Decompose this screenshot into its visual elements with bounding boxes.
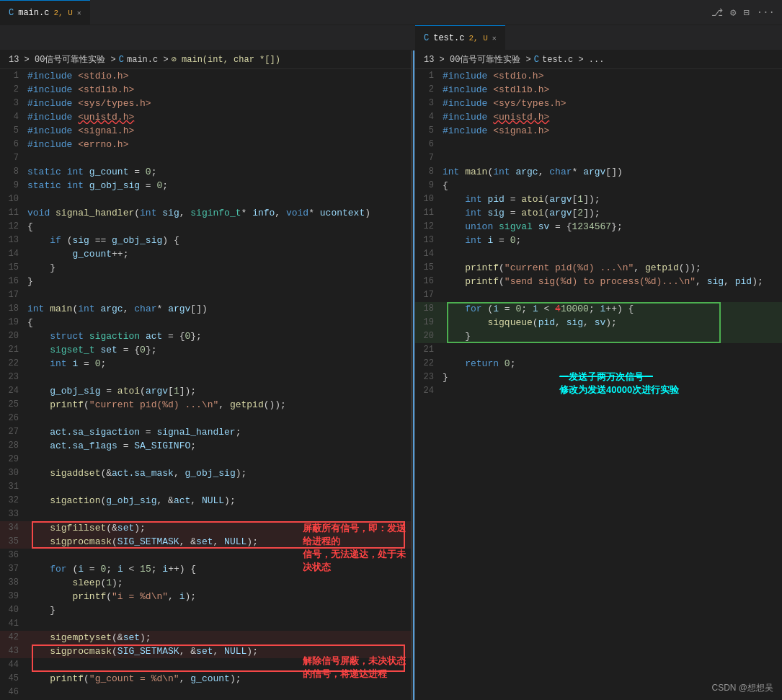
code-line: 2#include <stdlib.h> xyxy=(415,83,782,97)
settings-icon[interactable]: ⚙ xyxy=(730,6,736,19)
csdn-watermark: CSDN @想想吴 xyxy=(711,682,773,694)
code-line: 2#include <stdlib.h> xyxy=(0,83,411,97)
tab-lang-icon: C xyxy=(9,8,14,18)
code-line: 9{ xyxy=(415,179,782,192)
code-line: 7 xyxy=(415,151,782,165)
tab-main-c[interactable]: C main.c 2, U ✕ xyxy=(0,0,90,25)
code-line: 14 g_count++; xyxy=(0,247,411,261)
right-pane: 13 > 00信号可靠性实验 > C test.c > ... 1#includ… xyxy=(415,50,782,700)
code-line: 20 struct sigaction act = {0}; xyxy=(0,329,411,343)
code-line: 30 sigaddset(&act.sa_mask, g_obj_sig); xyxy=(0,466,411,480)
code-line: 5#include <signal.h> xyxy=(0,124,411,138)
code-line: 17 xyxy=(0,288,411,302)
bc-left-text: 13 > 00信号可靠性实验 > xyxy=(9,53,116,66)
tab-main-label: main.c xyxy=(18,8,49,18)
code-line: 46 xyxy=(0,686,411,699)
code-line: 44 xyxy=(0,658,411,672)
code-line: 42 sigemptyset(&set); xyxy=(0,631,411,644)
code-line: 1#include <stdio.h> xyxy=(415,69,782,83)
code-line: 26 xyxy=(0,412,411,425)
code-line: 10 xyxy=(0,192,411,206)
code-line: 8int main(int argc, char* argv[]) xyxy=(415,165,782,179)
code-line: 35 sigprocmask(SIG_SETMASK, &set, NULL); xyxy=(0,535,411,549)
code-line: 16} xyxy=(0,275,411,288)
code-line: 11 int sig = atoi(argv[2]); xyxy=(415,206,782,220)
code-line: 20 } xyxy=(415,329,782,343)
code-line: 4#include <unistd.h> xyxy=(415,110,782,124)
code-line: 19 sigqueue(pid, sig, sv); xyxy=(415,316,782,329)
breadcrumb-left: 13 > 00信号可靠性实验 > C main.c > ⊘ main(int, … xyxy=(0,50,411,69)
split-icon[interactable]: ⊟ xyxy=(743,6,749,19)
code-line: 45 printf("g_count = %d\n", g_count); xyxy=(0,672,411,686)
code-line: 25 printf("current pid(%d) ...\n", getpi… xyxy=(0,398,411,412)
code-line: 12{ xyxy=(0,220,411,234)
bc-right-text: 13 > 00信号可靠性实验 > xyxy=(424,53,531,66)
code-line: 23 xyxy=(0,371,411,384)
tab-test-label: test.c xyxy=(433,33,464,43)
code-line: 12 union sigval sv = {1234567}; xyxy=(415,220,782,234)
code-line: 39 printf("i = %d\n", i); xyxy=(0,590,411,603)
code-line: 15 printf("current pid(%d) ...\n", getpi… xyxy=(415,261,782,275)
code-line: 10 int pid = atoi(argv[1]); xyxy=(415,192,782,206)
code-line: 13 if (sig == g_obj_sig) { xyxy=(0,234,411,247)
code-line: 7 xyxy=(0,151,411,165)
breadcrumb-right: 13 > 00信号可靠性实验 > C test.c > ... xyxy=(415,50,782,69)
tab-close-test[interactable]: ✕ xyxy=(492,34,497,43)
code-line: 21 xyxy=(415,343,782,357)
bc-left-file: main.c > xyxy=(127,55,169,65)
left-code-area[interactable]: 1#include <stdio.h> 2#include <stdlib.h>… xyxy=(0,69,411,700)
bc-right-c: C xyxy=(534,55,539,65)
code-line: 14 xyxy=(415,247,782,261)
code-line: 1#include <stdio.h> xyxy=(0,69,411,83)
tab-test-status: 2, U xyxy=(468,34,487,43)
tab-bar-icons: ⎇ ⚙ ⊟ ··· xyxy=(704,6,782,19)
code-line: 24 g_obj_sig = atoi(argv[1]); xyxy=(0,384,411,398)
tab-bar-left: C main.c 2, U ✕ xyxy=(0,0,704,25)
code-line: 36 xyxy=(0,549,411,562)
more-icon[interactable]: ··· xyxy=(757,6,775,18)
code-line: 28 act.sa_flags = SA_SIGINFO; xyxy=(0,439,411,453)
bc-left-fn: ⊘ main(int, char *[]) xyxy=(172,54,280,65)
tab-bar-2: C test.c 2, U ✕ xyxy=(0,25,782,50)
code-line: 17 xyxy=(415,288,782,302)
tab-lang-icon-2: C xyxy=(424,33,429,43)
code-line: 18 for (i = 0; i < 410000; i++) { xyxy=(415,302,782,316)
code-line: 9static int g_obj_sig = 0; xyxy=(0,179,411,192)
code-line: 43 sigprocmask(SIG_SETMASK, &set, NULL); xyxy=(0,644,411,658)
branch-icon: ⎇ xyxy=(711,6,723,19)
tab-bar: C main.c 2, U ✕ ⎇ ⚙ ⊟ ··· xyxy=(0,0,782,25)
tab-test-c[interactable]: C test.c 2, U ✕ xyxy=(415,25,505,50)
code-line: 13 int i = 0; xyxy=(415,234,782,247)
code-line: 41 xyxy=(0,617,411,631)
tab-close-main[interactable]: ✕ xyxy=(77,9,81,17)
bc-right-file: test.c > ... xyxy=(542,55,604,65)
code-line: 19{ xyxy=(0,316,411,329)
code-line: 8static int g_count = 0; xyxy=(0,165,411,179)
code-line: 18int main(int argc, char* argv[]) xyxy=(0,302,411,316)
code-line: 32 sigaction(g_obj_sig, &act, NULL); xyxy=(0,494,411,508)
code-line: 4#include <unistd.h> xyxy=(0,110,411,124)
code-line: 3#include <sys/types.h> xyxy=(0,97,411,110)
code-line: 21 sigset_t set = {0}; xyxy=(0,343,411,357)
code-line: 11void signal_handler(int sig, siginfo_t… xyxy=(0,206,411,220)
code-line: 5#include <signal.h> xyxy=(415,124,782,138)
code-line: 27 act.sa_sigaction = signal_handler; xyxy=(0,425,411,439)
code-line: 6 xyxy=(415,138,782,151)
code-line: 3#include <sys/types.h> xyxy=(415,97,782,110)
code-line: 34 sigfillset(&set); xyxy=(0,521,411,535)
code-line: 24 xyxy=(415,384,782,398)
editors-split: 13 > 00信号可靠性实验 > C main.c > ⊘ main(int, … xyxy=(0,50,782,700)
code-line: 38 sleep(1); xyxy=(0,576,411,590)
code-line: 33 xyxy=(0,508,411,521)
tab-status: 2, U xyxy=(53,9,72,17)
code-line: 16 printf("send sig(%d) to process(%d)..… xyxy=(415,275,782,288)
right-code-area[interactable]: 1#include <stdio.h> 2#include <stdlib.h>… xyxy=(415,69,782,700)
code-line: 15 } xyxy=(0,261,411,275)
bc-left-c: C xyxy=(119,55,124,65)
divider-line xyxy=(413,50,414,700)
code-line: 23} xyxy=(415,371,782,384)
code-line: 6#include <errno.h> xyxy=(0,138,411,151)
code-line: 29 xyxy=(0,453,411,466)
code-line: 40 } xyxy=(0,603,411,617)
code-line: 22 return 0; xyxy=(415,357,782,371)
